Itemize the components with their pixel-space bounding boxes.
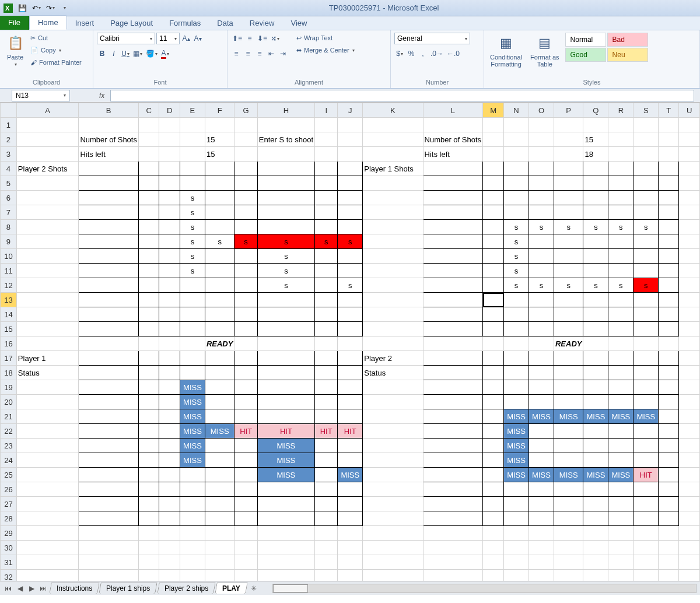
cell-D30[interactable] xyxy=(159,541,180,555)
cell-D26[interactable] xyxy=(159,482,180,497)
cell-Q15[interactable] xyxy=(583,322,608,336)
align-center-button[interactable]: ≡ xyxy=(243,48,253,59)
cell-T10[interactable] xyxy=(659,249,679,264)
cell-J19[interactable] xyxy=(338,380,363,395)
cell-E1[interactable] xyxy=(180,118,205,132)
tab-file[interactable]: File xyxy=(0,16,29,30)
cell-N24[interactable]: MISS xyxy=(504,453,529,468)
cell-R29[interactable] xyxy=(608,526,634,541)
cell-J30[interactable] xyxy=(338,541,363,555)
cell-N21[interactable]: MISS xyxy=(504,409,529,424)
cell-L1[interactable] xyxy=(423,118,483,132)
cell-H14[interactable] xyxy=(257,307,314,322)
col-header-U[interactable]: U xyxy=(679,103,700,118)
cell-M26[interactable] xyxy=(483,482,504,497)
formula-input[interactable] xyxy=(110,90,694,101)
row-header-27[interactable]: 27 xyxy=(1,497,17,511)
cell-B30[interactable] xyxy=(79,541,139,555)
cell-E4[interactable] xyxy=(180,162,205,176)
tab-review[interactable]: Review xyxy=(242,16,283,30)
format-as-table-button[interactable]: ▤ Format as Table xyxy=(528,33,562,69)
cell-F18[interactable] xyxy=(205,366,235,380)
cell-A8[interactable] xyxy=(16,220,79,234)
tab-formulas[interactable]: Formulas xyxy=(161,16,209,30)
cell-B17[interactable] xyxy=(79,351,139,366)
cell-D15[interactable] xyxy=(159,322,180,336)
cell-T26[interactable] xyxy=(659,482,679,497)
cell-B1[interactable] xyxy=(79,118,139,132)
cell-C29[interactable] xyxy=(138,526,159,541)
cell-U28[interactable] xyxy=(679,511,700,526)
cell-U30[interactable] xyxy=(679,541,700,555)
cell-F5[interactable] xyxy=(205,176,235,191)
cell-H13[interactable] xyxy=(257,293,314,307)
cell-I3[interactable] xyxy=(315,147,338,162)
cell-G28[interactable] xyxy=(235,511,257,526)
align-bottom-button[interactable]: ⬇≡ xyxy=(256,33,268,44)
cell-B18[interactable] xyxy=(79,366,139,380)
cell-O1[interactable] xyxy=(529,118,554,132)
cell-K8[interactable] xyxy=(363,220,423,234)
cell-J6[interactable] xyxy=(338,191,363,205)
undo-icon[interactable]: ↶▾ xyxy=(30,2,42,14)
row-header-8[interactable]: 8 xyxy=(1,220,17,234)
col-header-O[interactable]: O xyxy=(529,103,554,118)
cell-H26[interactable] xyxy=(257,482,314,497)
cell-O17[interactable] xyxy=(529,351,554,366)
cell-H24[interactable]: MISS xyxy=(257,453,314,468)
cell-F22[interactable]: MISS xyxy=(205,424,235,439)
row-header-31[interactable]: 31 xyxy=(1,555,17,570)
cell-A2[interactable] xyxy=(16,132,79,147)
cell-I25[interactable] xyxy=(315,468,338,482)
align-left-button[interactable]: ≡ xyxy=(231,48,242,59)
cell-E23[interactable]: MISS xyxy=(180,439,205,453)
cell-K11[interactable] xyxy=(363,264,423,278)
cell-C13[interactable] xyxy=(138,293,159,307)
cell-A26[interactable] xyxy=(16,482,79,497)
cell-J18[interactable] xyxy=(338,366,363,380)
cell-E11[interactable]: s xyxy=(180,264,205,278)
cell-T13[interactable] xyxy=(659,293,679,307)
cell-R6[interactable] xyxy=(608,191,634,205)
cell-P7[interactable] xyxy=(554,205,583,220)
cell-S31[interactable] xyxy=(634,555,659,570)
cell-Q17[interactable] xyxy=(583,351,608,366)
cell-P15[interactable] xyxy=(554,322,583,336)
cell-K1[interactable] xyxy=(363,118,423,132)
cell-H4[interactable] xyxy=(257,162,314,176)
cell-S23[interactable] xyxy=(634,439,659,453)
cell-R31[interactable] xyxy=(608,555,634,570)
cell-M29[interactable] xyxy=(483,526,504,541)
align-middle-button[interactable]: ≡ xyxy=(244,33,255,44)
cell-F13[interactable] xyxy=(205,293,235,307)
cell-O18[interactable] xyxy=(529,366,554,380)
cell-J20[interactable] xyxy=(338,395,363,409)
cell-T16[interactable] xyxy=(659,336,679,351)
save-icon[interactable]: 💾 xyxy=(16,2,28,14)
cell-R8[interactable]: s xyxy=(608,220,634,234)
cell-Q20[interactable] xyxy=(583,395,608,409)
cell-G9[interactable]: s xyxy=(235,234,257,249)
cell-F24[interactable] xyxy=(205,453,235,468)
cell-O21[interactable]: MISS xyxy=(529,409,554,424)
cell-L19[interactable] xyxy=(423,380,483,395)
cell-U29[interactable] xyxy=(679,526,700,541)
cell-U17[interactable] xyxy=(679,351,700,366)
cell-L12[interactable] xyxy=(423,278,483,293)
cell-J2[interactable] xyxy=(338,132,363,147)
cell-B3[interactable]: Hits left xyxy=(79,147,139,162)
cell-I24[interactable] xyxy=(315,453,338,468)
cell-I13[interactable] xyxy=(315,293,338,307)
cell-G16[interactable] xyxy=(235,336,257,351)
cell-E6[interactable]: s xyxy=(180,191,205,205)
cell-R16[interactable] xyxy=(608,336,634,351)
cell-G6[interactable] xyxy=(235,191,257,205)
row-header-23[interactable]: 23 xyxy=(1,439,17,453)
cell-D25[interactable] xyxy=(159,468,180,482)
cell-R10[interactable] xyxy=(608,249,634,264)
cell-T32[interactable] xyxy=(659,570,679,581)
cell-R32[interactable] xyxy=(608,570,634,581)
col-header-L[interactable]: L xyxy=(423,103,483,118)
cell-D7[interactable] xyxy=(159,205,180,220)
cell-A23[interactable] xyxy=(16,439,79,453)
